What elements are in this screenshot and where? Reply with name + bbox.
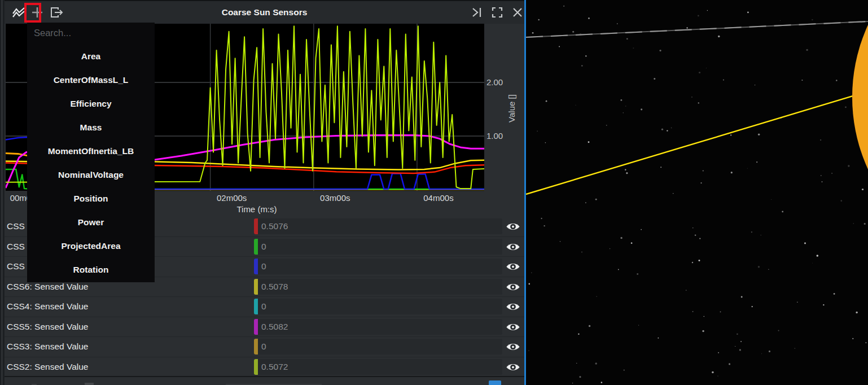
visibility-eye-icon[interactable] xyxy=(506,342,520,352)
star xyxy=(595,199,597,200)
sensor-row[interactable]: CSS3: Sensed Value0 xyxy=(5,337,524,357)
star xyxy=(718,36,720,38)
visibility-eye-icon[interactable] xyxy=(506,242,520,252)
star xyxy=(585,202,586,203)
star xyxy=(751,231,752,233)
series-color-swatch xyxy=(254,279,258,295)
star xyxy=(717,376,718,377)
sensor-value: 0.5076 xyxy=(261,218,288,234)
y-axis-label: Value [] xyxy=(507,94,516,123)
star xyxy=(538,19,539,20)
star xyxy=(740,341,742,342)
star xyxy=(585,55,586,56)
star xyxy=(579,376,581,378)
star xyxy=(575,105,576,106)
star xyxy=(660,167,661,168)
star xyxy=(528,283,530,285)
export-icon[interactable] xyxy=(49,5,64,20)
panel-titlebar: Coarse Sun Sensors xyxy=(5,0,524,24)
footer-blue-button[interactable] xyxy=(489,380,501,385)
star xyxy=(703,170,704,171)
sensor-row[interactable]: CSS5: Sensed Value0.5082 xyxy=(5,317,524,338)
star xyxy=(712,371,714,374)
star xyxy=(633,47,634,49)
star xyxy=(588,141,590,143)
menu-item-rotation[interactable]: Rotation xyxy=(27,261,155,278)
menu-item-projectedarea[interactable]: ProjectedArea xyxy=(27,238,155,255)
star xyxy=(747,11,749,13)
star xyxy=(729,363,730,365)
menu-item-momentofinertia_lb[interactable]: MomentOfInertia_LB xyxy=(27,143,155,160)
dock-right-icon[interactable] xyxy=(470,5,484,20)
series-color-swatch xyxy=(254,259,258,274)
star xyxy=(625,169,626,170)
star xyxy=(546,100,547,102)
sensor-row-label: CSS xyxy=(7,257,25,277)
orbit-line-yellow xyxy=(526,91,868,194)
star xyxy=(686,27,687,28)
star xyxy=(707,10,708,11)
x-axis-label: Time (m:s) xyxy=(236,204,277,214)
menu-item-efficiency[interactable]: Efficiency xyxy=(27,95,155,112)
series-color-swatch xyxy=(254,299,258,314)
star xyxy=(702,330,704,332)
star xyxy=(620,99,622,101)
menu-item-centerofmassl_l[interactable]: CenterOfMassL_L xyxy=(27,72,155,89)
menu-item-mass[interactable]: Mass xyxy=(27,119,155,136)
star xyxy=(761,235,761,235)
sensor-row[interactable]: CSS4: Sensed Value0 xyxy=(5,297,524,317)
star xyxy=(699,72,700,73)
star xyxy=(821,175,821,176)
search-input[interactable] xyxy=(33,27,142,39)
sensor-value: 0.5072 xyxy=(261,359,288,375)
panel-divider[interactable] xyxy=(524,0,526,385)
star xyxy=(865,342,866,343)
menu-item-power[interactable]: Power xyxy=(27,214,155,231)
add-series-dropdown: AreaCenterOfMassL_LEfficiencyMassMomentO… xyxy=(27,23,155,282)
star xyxy=(699,238,700,239)
star xyxy=(541,218,542,219)
star xyxy=(737,333,738,335)
star xyxy=(758,133,760,135)
sensor-row-label: CSS2: Sensed Value xyxy=(7,357,88,377)
star xyxy=(620,237,622,239)
visibility-eye-icon[interactable] xyxy=(506,362,520,373)
star xyxy=(617,23,617,24)
star xyxy=(692,228,693,228)
visibility-eye-icon[interactable] xyxy=(506,282,520,292)
star xyxy=(637,273,638,275)
sensor-value-field: 0.5078 xyxy=(254,279,502,295)
star xyxy=(654,78,655,80)
star xyxy=(780,20,781,21)
visibility-eye-icon[interactable] xyxy=(506,261,520,272)
fullscreen-icon[interactable] xyxy=(490,5,505,20)
sensor-row[interactable]: CSS2: Sensed Value0.5072 xyxy=(5,357,524,378)
menu-item-area[interactable]: Area xyxy=(27,48,155,65)
star xyxy=(820,139,821,141)
star xyxy=(812,262,813,263)
star xyxy=(840,200,842,202)
star xyxy=(698,102,699,103)
star xyxy=(625,106,626,107)
star xyxy=(638,325,639,325)
close-icon[interactable] xyxy=(510,5,525,20)
menu-item-nominalvoltage[interactable]: NominalVoltage xyxy=(27,167,155,183)
star xyxy=(589,325,590,327)
star xyxy=(769,351,770,352)
sensor-value: 0.5082 xyxy=(261,319,288,335)
star xyxy=(797,301,798,303)
star xyxy=(692,262,693,263)
sensor-value-field: 0 xyxy=(254,259,502,274)
star xyxy=(692,311,694,312)
menu-item-position[interactable]: Position xyxy=(27,190,155,207)
star xyxy=(822,181,823,182)
sensor-value: 0.5078 xyxy=(261,279,288,295)
space-viewport[interactable] xyxy=(526,0,868,385)
visibility-eye-icon[interactable] xyxy=(506,221,520,232)
star xyxy=(718,352,719,353)
visibility-eye-icon[interactable] xyxy=(506,301,520,312)
star xyxy=(626,38,628,40)
star xyxy=(601,382,602,383)
visibility-eye-icon[interactable] xyxy=(506,322,520,333)
star xyxy=(751,306,752,307)
